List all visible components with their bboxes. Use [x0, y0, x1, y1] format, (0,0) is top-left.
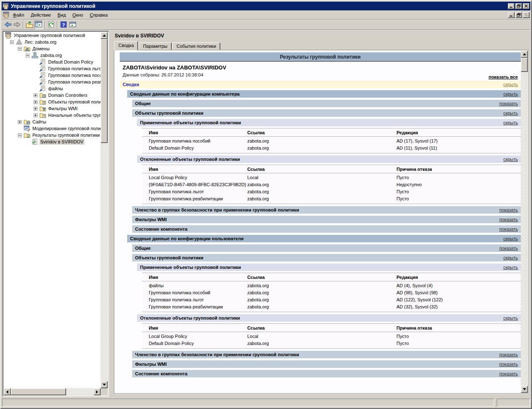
scroll-thumb[interactable] [11, 388, 66, 395]
tree-item[interactable]: Домены [18, 45, 101, 52]
scroll-up-icon[interactable] [521, 51, 528, 58]
tree-item[interactable]: zabota.org [26, 52, 101, 59]
table-cell: zabota.org [247, 289, 397, 296]
expand-toggle-icon[interactable] [34, 100, 39, 104]
refresh-button[interactable] [47, 20, 56, 30]
tree-item[interactable]: Групповая политика льгот [34, 65, 101, 72]
hide-link[interactable]: скрыть [503, 254, 518, 261]
table-row: Групповая политика пособийzabota.orgAD (… [142, 289, 521, 296]
hide-link[interactable]: скрыть [503, 81, 518, 88]
show-link[interactable]: показать [499, 244, 518, 252]
tree-item[interactable]: Результаты групповой политики [18, 132, 101, 138]
tab-inactive[interactable]: Параметры [139, 42, 172, 50]
tree-horizontal-scrollbar[interactable] [4, 388, 101, 395]
table-row: {9F0AE71D-B457-4809-8FBC-82E23C3F9B2D}za… [142, 181, 521, 188]
forward-button[interactable] [12, 20, 22, 30]
tree-item[interactable]: Sviridov в SVIRIDOV [26, 138, 101, 145]
column-header: Имя [142, 324, 247, 332]
tree-item[interactable]: файлы [34, 85, 101, 92]
hide-link[interactable]: скрыть [503, 119, 518, 126]
report-header: ZABOTA\Sviridov на ZABOTA\SVIRIDOV Данны… [120, 62, 521, 81]
show-link[interactable]: показать [499, 360, 518, 368]
tab-active[interactable]: Сводка [114, 41, 138, 50]
close-button[interactable] [523, 3, 530, 9]
menu-item[interactable]: Вид [54, 11, 69, 19]
scrollbar-corner [101, 388, 108, 395]
show-all-link[interactable]: показать все [489, 74, 518, 79]
expand-toggle-icon[interactable] [18, 120, 24, 124]
back-button[interactable] [3, 20, 12, 30]
tree-item[interactable]: Объекты групповой политики [34, 99, 101, 105]
tree-item[interactable]: Сайты [18, 118, 101, 125]
report-vertical-scrollbar[interactable] [521, 51, 528, 393]
collapse-toggle-icon[interactable] [26, 54, 32, 57]
pane-splitter[interactable] [109, 30, 112, 397]
menu-item[interactable]: Действие [27, 11, 54, 19]
expand-toggle-icon[interactable] [34, 94, 39, 97]
tree-item[interactable]: Групповая политика пособий [34, 72, 101, 79]
hide-link[interactable]: скрыть [503, 235, 518, 242]
hide-link[interactable]: скрыть [503, 90, 518, 98]
tree-item[interactable]: Начальные объекты групповой политики [34, 112, 101, 118]
scroll-down-icon[interactable] [521, 386, 528, 393]
tab-inactive[interactable]: События политики [172, 42, 220, 50]
collapse-toggle-icon[interactable] [18, 133, 24, 137]
hide-link[interactable]: скрыть [503, 155, 518, 163]
show-link[interactable]: показать [499, 351, 518, 358]
hide-link[interactable]: скрыть [503, 314, 518, 322]
show-link[interactable]: показать [499, 100, 518, 107]
menu-item[interactable]: Файл [10, 11, 27, 19]
new-window-button[interactable] [68, 20, 77, 30]
tree-item[interactable]: Лес: zabota.org [10, 39, 101, 45]
mdi-minimize-button[interactable] [508, 12, 515, 18]
scroll-thumb[interactable] [101, 39, 108, 143]
hide-link[interactable]: скрыть [503, 264, 518, 271]
scroll-up-icon[interactable] [101, 32, 108, 39]
tree-item-label: Групповая политика реабилитации [47, 79, 101, 85]
tree-vertical-scrollbar[interactable] [101, 32, 108, 388]
section-band-label: Сводные данные по конфигурации пользоват… [127, 236, 244, 241]
menu-item[interactable]: Окно [69, 11, 86, 19]
scroll-left-icon[interactable] [4, 388, 11, 395]
section-band: Фильтры WMIпоказать [132, 360, 521, 368]
status-panel-secondary [497, 399, 530, 407]
scroll-down-icon[interactable] [101, 381, 108, 388]
expand-toggle-icon[interactable] [34, 107, 39, 111]
tree-item-label: Управление групповой политикой [13, 32, 86, 38]
tree-item[interactable]: Default Domain Policy [34, 59, 101, 65]
section-band: Состояние компонентапоказать [132, 370, 521, 377]
show-link[interactable]: показать [499, 206, 518, 214]
domain-icon [32, 52, 38, 59]
tree-item[interactable]: Моделирование групповой политики [18, 125, 101, 132]
tree-item[interactable]: Управление групповой политикой [5, 32, 101, 39]
forest-icon [16, 39, 22, 45]
tool-bar: ? [2, 20, 530, 30]
section-band: Сводные данные по конфигурации пользоват… [127, 235, 521, 242]
mdi-restore-button[interactable] [515, 12, 522, 18]
tree-item-label: Моделирование групповой политики [32, 126, 101, 131]
collapse-toggle-icon[interactable] [18, 47, 24, 51]
tree-item[interactable]: Фильтры WMI [34, 105, 101, 112]
hide-link[interactable]: скрыть [503, 109, 518, 117]
expand-toggle-icon[interactable] [34, 113, 39, 117]
help-button[interactable]: ? [59, 20, 68, 30]
collapse-toggle-icon[interactable] [10, 40, 16, 44]
table-cell: AD (32), Sysvol (32) [397, 303, 521, 310]
minimize-button[interactable] [508, 3, 515, 9]
console-tree-toggle-button[interactable] [34, 20, 43, 30]
menu-item[interactable]: Справка [86, 11, 111, 19]
section-band-label: Состояние компонента [132, 227, 187, 232]
scroll-track[interactable] [521, 51, 528, 393]
up-one-level-button[interactable] [25, 20, 34, 30]
tree-item[interactable]: Domain Controllers [34, 92, 101, 99]
scroll-thumb[interactable] [521, 58, 528, 72]
show-link[interactable]: показать [499, 370, 518, 377]
restore-button[interactable] [515, 3, 522, 9]
show-link[interactable]: показать [499, 216, 518, 223]
scroll-right-icon[interactable] [94, 388, 101, 395]
tree-item-label: Фильтры WMI [47, 106, 79, 111]
tree-item[interactable]: Групповая политика реабилитации [34, 79, 101, 85]
result-report-icon [32, 138, 38, 145]
show-link[interactable]: показать [499, 225, 518, 233]
table-cell: Групповая политика пособий [142, 289, 247, 296]
